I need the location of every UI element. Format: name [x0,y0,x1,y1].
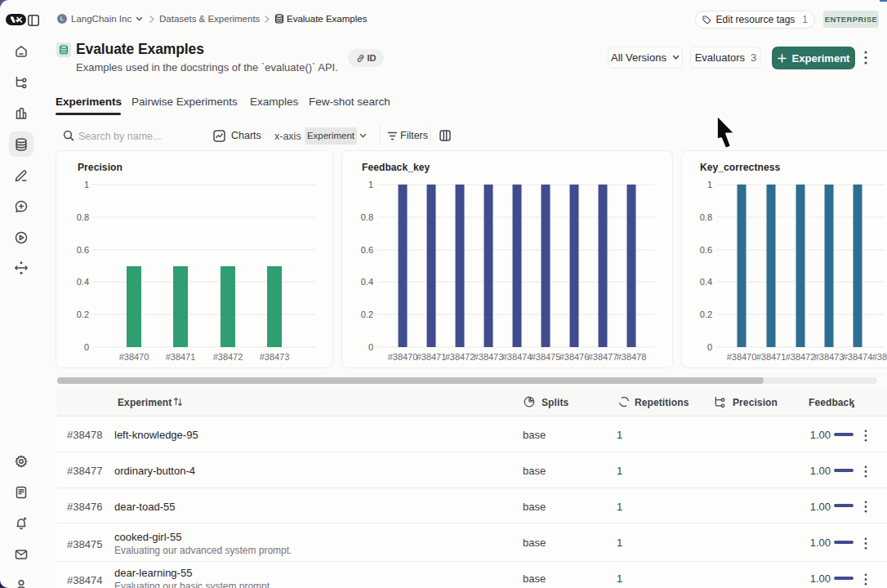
svg-text:#38472: #38472 [786,352,816,362]
svg-text:1: 1 [707,180,712,189]
svg-text:0: 0 [84,342,89,352]
svg-text:#38475: #38475 [872,352,887,362]
svg-text:0.4: 0.4 [700,277,712,287]
svg-text:#38472: #38472 [213,352,243,362]
svg-text:#38474: #38474 [843,352,873,362]
svg-text:#38471: #38471 [417,352,447,362]
svg-text:0.8: 0.8 [77,212,89,222]
svg-text:#38478: #38478 [617,352,647,362]
svg-text:#38473: #38473 [260,352,290,362]
svg-text:0.8: 0.8 [700,212,712,222]
svg-text:0: 0 [707,342,712,352]
svg-text:0.2: 0.2 [77,310,89,319]
svg-text:0.8: 0.8 [361,212,373,222]
svg-text:#38470: #38470 [388,352,418,362]
svg-text:0.6: 0.6 [700,245,712,255]
svg-text:0.2: 0.2 [700,310,712,319]
svg-text:#38473: #38473 [814,352,845,362]
svg-text:1: 1 [368,180,373,189]
svg-text:0.4: 0.4 [77,277,89,287]
svg-text:#38473: #38473 [474,352,504,362]
svg-text:#38475: #38475 [531,352,561,362]
svg-text:0: 0 [368,342,373,352]
svg-text:0.6: 0.6 [361,245,373,255]
svg-text:#38470: #38470 [119,352,149,362]
svg-text:0.6: 0.6 [77,245,89,255]
svg-text:0.2: 0.2 [361,310,373,319]
svg-text:#38477: #38477 [588,352,618,362]
svg-text:0.4: 0.4 [361,277,373,287]
svg-text:#38476: #38476 [559,352,590,362]
svg-text:#38474: #38474 [502,352,533,362]
svg-text:#38472: #38472 [445,352,475,362]
svg-text:#38471: #38471 [166,352,196,362]
svg-text:#38471: #38471 [756,352,787,362]
svg-text:#38470: #38470 [727,352,757,362]
svg-text:1: 1 [84,180,89,189]
